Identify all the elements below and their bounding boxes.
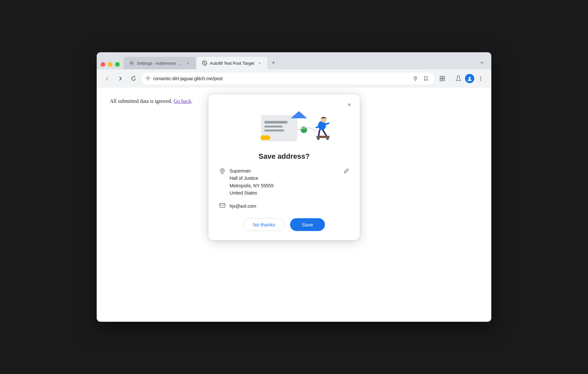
edit-address-icon[interactable] xyxy=(343,168,349,175)
svg-rect-14 xyxy=(264,126,282,128)
address-details: Superman Hall of Justice Metropolis, NY … xyxy=(230,167,339,197)
new-tab-button[interactable]: + xyxy=(268,58,279,68)
svg-point-8 xyxy=(469,77,471,79)
settings-tab-icon xyxy=(129,60,134,66)
refresh-button[interactable] xyxy=(128,73,139,84)
go-back-link[interactable]: Go back xyxy=(174,98,191,104)
maximize-traffic-light[interactable] xyxy=(115,62,120,67)
address-bar-icons xyxy=(411,74,430,83)
address-bar[interactable]: romantic-dirt-jaguar.glitch.me/post xyxy=(141,73,434,84)
address-country: United States xyxy=(230,189,339,197)
settings-tab-label: Settings - Addresses and mo xyxy=(137,61,183,66)
submitted-text: All submitted data is ignored. xyxy=(110,98,172,104)
popup-actions: No thanks Save xyxy=(208,218,360,231)
address-info: Superman Hall of Justice Metropolis, NY … xyxy=(208,167,360,197)
back-button[interactable] xyxy=(102,73,112,84)
address-location-icon xyxy=(219,168,226,176)
bookmark-icon[interactable] xyxy=(421,74,430,83)
email-row: hjs@aol.com xyxy=(208,202,360,210)
email-icon xyxy=(219,202,226,210)
autofill-tab-icon xyxy=(202,60,207,66)
svg-rect-7 xyxy=(443,79,445,81)
tab-settings[interactable]: Settings - Addresses and mo × xyxy=(124,57,196,69)
autofill-tab-label: Autofill Test Post Target xyxy=(210,61,254,66)
svg-point-9 xyxy=(480,77,481,78)
popup-title: Save address? xyxy=(208,152,360,161)
svg-point-22 xyxy=(317,137,320,140)
close-traffic-light[interactable] xyxy=(101,62,105,67)
profile-avatar[interactable] xyxy=(465,74,474,83)
forward-button[interactable] xyxy=(115,73,126,84)
more-menu-icon[interactable] xyxy=(476,73,486,84)
svg-rect-6 xyxy=(440,79,442,81)
tabs-area: Settings - Addresses and mo × Autofill T… xyxy=(124,57,487,69)
popup-illustration xyxy=(208,104,360,150)
tab-dropdown-button[interactable] xyxy=(477,58,487,68)
svg-point-3 xyxy=(415,78,416,79)
tab-autofill[interactable]: Autofill Test Post Target × xyxy=(197,57,267,69)
settings-tab-close[interactable]: × xyxy=(185,60,191,66)
svg-point-24 xyxy=(222,170,223,171)
security-icon xyxy=(145,76,151,82)
svg-point-0 xyxy=(131,62,133,64)
svg-rect-17 xyxy=(260,135,270,140)
svg-point-10 xyxy=(480,78,481,79)
save-button[interactable]: Save xyxy=(290,218,325,231)
address-line2: Metropolis, NY 55555 xyxy=(230,182,339,189)
browser-window: Settings - Addresses and mo × Autofill T… xyxy=(97,52,491,322)
save-address-popup: × xyxy=(208,94,360,240)
address-line1: Hall of Justice xyxy=(230,175,339,182)
url-text: romantic-dirt-jaguar.glitch.me/post xyxy=(153,76,408,81)
svg-point-23 xyxy=(326,137,329,140)
toolbar-divider xyxy=(450,75,451,82)
extensions-icon[interactable] xyxy=(437,73,448,84)
lab-icon[interactable] xyxy=(453,73,464,84)
svg-point-2 xyxy=(147,77,149,79)
svg-rect-15 xyxy=(264,129,284,131)
svg-rect-4 xyxy=(440,76,442,78)
traffic-lights xyxy=(101,62,120,67)
autofill-tab-close[interactable]: × xyxy=(257,60,262,66)
svg-marker-16 xyxy=(291,111,307,118)
toolbar-icons xyxy=(437,73,486,84)
address-row: Superman Hall of Justice Metropolis, NY … xyxy=(219,167,349,197)
svg-rect-25 xyxy=(220,203,225,207)
page-content: All submitted data is ignored. Go back. … xyxy=(97,88,491,322)
svg-point-11 xyxy=(480,80,481,81)
nav-bar: romantic-dirt-jaguar.glitch.me/post xyxy=(97,69,491,88)
location-icon[interactable] xyxy=(411,74,420,83)
title-bar: Settings - Addresses and mo × Autofill T… xyxy=(97,52,491,69)
svg-rect-13 xyxy=(264,121,287,124)
no-thanks-button[interactable]: No thanks xyxy=(243,218,285,231)
address-name: Superman xyxy=(230,167,339,175)
email-text: hjs@aol.com xyxy=(230,203,256,209)
svg-rect-5 xyxy=(443,76,445,78)
minimize-traffic-light[interactable] xyxy=(108,62,112,67)
period: . xyxy=(191,98,193,104)
